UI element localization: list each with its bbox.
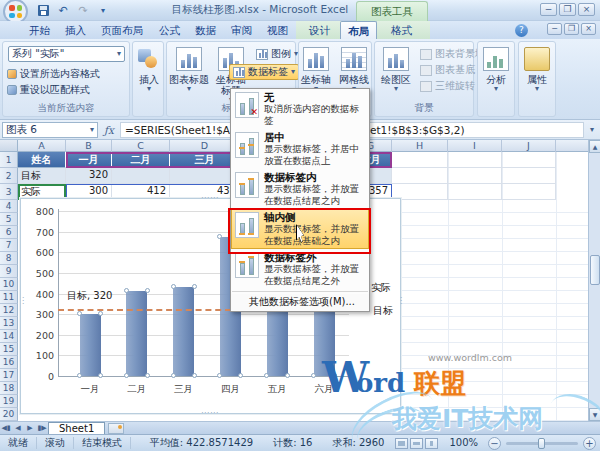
row-header-1[interactable]: 1 <box>0 152 18 168</box>
qat-customize-button[interactable]: ▾ <box>94 2 112 18</box>
col-header-i[interactable]: I <box>448 140 502 152</box>
wb-minimize-button[interactable]: − <box>547 23 562 35</box>
row-header-8[interactable]: 8 <box>0 252 18 265</box>
row-header-11[interactable]: 11 <box>0 291 18 304</box>
analysis-button[interactable]: 分析 ▾ <box>475 45 517 107</box>
undo-button[interactable]: ↶ <box>54 2 72 18</box>
cell-b2[interactable]: 320 <box>66 168 112 184</box>
zoom-slider[interactable] <box>506 442 578 445</box>
chart-element-selector[interactable]: 系列 "实际"▾ <box>8 46 125 62</box>
chart-bar-二月[interactable] <box>126 291 147 376</box>
wb-restore-button[interactable]: ❐ <box>564 23 579 35</box>
plot-area-button[interactable]: 绘图区 ▾ <box>375 45 417 107</box>
chart-bar-六月[interactable] <box>314 302 335 376</box>
cell-j2[interactable] <box>502 168 556 184</box>
cell-i2[interactable] <box>448 168 502 184</box>
reset-style-button[interactable]: 重设以匹配样式 <box>7 82 90 97</box>
chart-bar-三月[interactable] <box>173 287 194 376</box>
legend-button[interactable]: 图例▾ <box>253 46 301 62</box>
menu-item-more-options[interactable]: 其他数据标签选项(M)... <box>231 294 369 310</box>
tab-review[interactable]: 审阅 <box>224 21 259 39</box>
row-header-17[interactable]: 17 <box>0 369 18 382</box>
insert-worksheet-button[interactable] <box>108 423 124 434</box>
menu-item-inside-end[interactable]: 数据标签内 显示数据标签，并放置在数据点结尾之内 <box>231 169 369 209</box>
row-header-16[interactable]: 16 <box>0 356 18 369</box>
redo-button[interactable]: ↷ <box>74 2 92 18</box>
cell-j3[interactable] <box>502 184 556 200</box>
tab-view[interactable]: 视图 <box>260 21 295 39</box>
vertical-scroll-thumb[interactable] <box>590 255 600 285</box>
cell-a1[interactable]: 姓名 <box>18 152 66 168</box>
zoom-out-button[interactable]: − <box>488 437 501 450</box>
row-header-5[interactable]: 5 <box>0 213 18 226</box>
save-button[interactable] <box>34 2 52 18</box>
last-sheet-icon[interactable]: ▮▶ <box>36 424 48 432</box>
row-header-19[interactable]: 19 <box>0 395 18 408</box>
row-header-18[interactable]: 18 <box>0 382 18 395</box>
col-header-a[interactable]: A <box>18 140 66 152</box>
menu-item-center[interactable]: 居中 显示数据标签，并居中放置在数据点上 <box>231 129 369 169</box>
minimize-button[interactable]: − <box>540 3 557 16</box>
row-header-4[interactable]: 4 <box>0 200 18 213</box>
cell-a2[interactable]: 目标 <box>18 168 66 184</box>
zoom-slider-thumb[interactable] <box>538 438 545 449</box>
row-header-10[interactable]: 10 <box>0 278 18 291</box>
next-sheet-icon[interactable]: ▶ <box>24 424 36 432</box>
scroll-down-icon[interactable]: ▼ <box>589 408 600 421</box>
view-normal-button[interactable] <box>395 438 408 449</box>
help-icon[interactable]: ? <box>515 24 528 37</box>
zoom-level[interactable]: 100% <box>439 437 488 449</box>
row-header-12[interactable]: 12 <box>0 304 18 317</box>
tab-layout[interactable]: 布局 <box>340 21 377 39</box>
prev-sheet-icon[interactable]: ◀ <box>12 424 24 432</box>
col-header-j[interactable]: J <box>502 140 556 152</box>
menu-item-outside-end[interactable]: 数据标签外 显示数据标签，并放置在数据点结尾之外 <box>231 249 369 289</box>
chart-handle-bottom[interactable]: ⋯⋯ <box>201 411 219 415</box>
insert-function-button[interactable]: ƒx <box>98 124 120 136</box>
chart-bar-一月[interactable] <box>80 314 101 376</box>
cell-h2[interactable] <box>392 168 448 184</box>
name-box[interactable]: 图表 6▾ <box>2 122 98 138</box>
format-selection-button[interactable]: 设置所选内容格式 <box>7 66 100 81</box>
view-page-break-button[interactable] <box>425 438 438 449</box>
row-header-6[interactable]: 6 <box>0 226 18 239</box>
zoom-in-button[interactable]: + <box>583 437 596 450</box>
properties-button[interactable]: 属性 ▾ <box>516 45 558 107</box>
select-all-corner[interactable] <box>0 140 18 151</box>
view-page-layout-button[interactable] <box>410 438 423 449</box>
chart-title-button[interactable]: 图表标题 ▾ <box>168 45 210 107</box>
chart-handle-right[interactable]: ⋮ <box>397 299 401 303</box>
first-sheet-icon[interactable]: ◀▮ <box>0 424 12 432</box>
col-header-b[interactable]: B <box>66 140 112 152</box>
chart-handle-left[interactable]: ⋮ <box>19 299 23 303</box>
insert-button[interactable]: 插入 ▾ <box>128 45 170 107</box>
row-header-20[interactable]: 20 <box>0 408 18 421</box>
row-header-9[interactable]: 9 <box>0 265 18 278</box>
cell-c2[interactable] <box>112 168 170 184</box>
scroll-up-icon[interactable]: ▲ <box>589 140 600 153</box>
restore-button[interactable]: ❐ <box>559 3 576 16</box>
cell-h1[interactable] <box>392 152 448 168</box>
cell-i1[interactable] <box>448 152 502 168</box>
row-header-13[interactable]: 13 <box>0 317 18 330</box>
tab-data[interactable]: 数据 <box>188 21 223 39</box>
row-header-14[interactable]: 14 <box>0 330 18 343</box>
rotation-button[interactable]: 三维旋转 <box>417 78 478 94</box>
row-header-15[interactable]: 15 <box>0 343 18 356</box>
row-header-7[interactable]: 7 <box>0 239 18 252</box>
vertical-scrollbar[interactable]: ▲ ▼ <box>588 140 600 421</box>
cell-i3[interactable] <box>448 184 502 200</box>
tab-page-layout[interactable]: 页面布局 <box>94 21 150 39</box>
close-button[interactable]: × <box>578 3 595 16</box>
wb-close-button[interactable]: × <box>581 23 596 35</box>
tab-formulas[interactable]: 公式 <box>152 21 187 39</box>
tab-home[interactable]: 开始 <box>22 21 57 39</box>
menu-item-inside-base[interactable]: 轴内侧 显示数据标签，并放置在数据点基础之内 <box>231 209 369 249</box>
row-header-3[interactable]: 3 <box>0 184 18 200</box>
cell-b1[interactable]: 一月 <box>66 152 112 168</box>
chart-handle-top[interactable]: ⋯⋯ <box>201 196 219 200</box>
col-header-h[interactable]: H <box>392 140 448 152</box>
col-header-c[interactable]: C <box>112 140 170 152</box>
tab-design[interactable]: 设计 <box>302 21 337 39</box>
data-labels-button[interactable]: 数据标签▾ <box>229 64 299 80</box>
